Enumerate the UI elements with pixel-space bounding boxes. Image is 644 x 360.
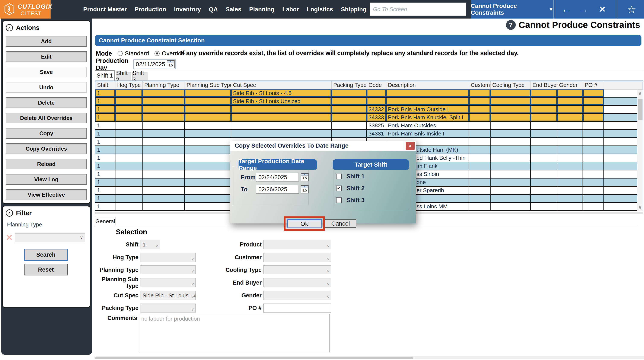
grid-vertical-scrollbar[interactable]: ∧ ∨ bbox=[637, 89, 643, 211]
column-header-po-[interactable]: PO # bbox=[583, 81, 604, 89]
back-arrow-icon[interactable]: ← bbox=[559, 0, 574, 18]
end-buyer-select[interactable]: ˅ bbox=[263, 278, 331, 287]
screen-selector-dropdown[interactable]: Cannot Produce Constraints ▼ bbox=[471, 0, 554, 18]
column-header-filler bbox=[604, 81, 643, 89]
to-date-field[interactable]: 02/26/2025 bbox=[256, 185, 299, 194]
column-header-hog-type[interactable]: Hog Type bbox=[116, 81, 142, 89]
tab-general[interactable]: General bbox=[95, 217, 116, 225]
planning-type-select[interactable]: ˅ bbox=[140, 265, 196, 274]
nav-item-labor[interactable]: Labor bbox=[282, 6, 299, 13]
table-row[interactable]: 1Side Rib - St Louis - 4.5 bbox=[96, 89, 638, 98]
column-header-code[interactable]: Code bbox=[367, 81, 386, 89]
column-header-shift[interactable]: Shift bbox=[96, 81, 116, 89]
copy-button[interactable]: Copy bbox=[6, 128, 87, 139]
table-row[interactable]: 134333Pork Bnls Ham Knuckle, Split I bbox=[96, 114, 638, 122]
cell-packing-type bbox=[332, 114, 367, 122]
packing-type-select[interactable]: ˅ bbox=[140, 304, 196, 313]
column-header-planning-sub-type[interactable]: Planning Sub Type bbox=[185, 81, 231, 89]
column-header-end-buyer[interactable]: End Buyer bbox=[531, 81, 557, 89]
filter-panel-header[interactable]: ∧ Filter bbox=[3, 206, 90, 217]
app-logo[interactable]: CUTLOGIX CLTEST bbox=[0, 0, 50, 18]
add-button[interactable]: Add bbox=[6, 36, 87, 47]
go-to-screen-input[interactable] bbox=[370, 2, 466, 16]
cell-planning-type bbox=[142, 203, 185, 211]
edit-button[interactable]: Edit bbox=[6, 51, 87, 62]
nav-item-shipping[interactable]: Shipping bbox=[341, 6, 366, 13]
cell-packing-type bbox=[332, 106, 367, 114]
nav-item-product-master[interactable]: Product Master bbox=[83, 6, 127, 13]
customer-select[interactable]: ˅ bbox=[263, 253, 331, 262]
save-button[interactable]: Save bbox=[6, 67, 87, 77]
table-row[interactable]: 134331Pork Ham Bnls Inside I bbox=[96, 130, 638, 138]
page-horizontal-scrollbar[interactable] bbox=[94, 356, 644, 359]
scroll-down-icon[interactable]: ∨ bbox=[638, 204, 643, 210]
close-screen-icon[interactable]: ✕ bbox=[595, 0, 610, 18]
hog-type-select[interactable]: ˅ bbox=[140, 253, 196, 262]
nav-item-sales[interactable]: Sales bbox=[226, 6, 241, 13]
checkbox-shift-2[interactable]: ✓ bbox=[336, 185, 342, 191]
delete-button[interactable]: Delete bbox=[6, 97, 87, 108]
clear-filter-icon[interactable]: ✕ bbox=[6, 233, 13, 242]
checkbox-shift-1[interactable] bbox=[336, 174, 342, 179]
column-header-cooling-type[interactable]: Cooling Type bbox=[490, 81, 531, 89]
nav-item-production[interactable]: Production bbox=[135, 6, 166, 13]
production-day-field[interactable]: 02/11/2025 15 bbox=[133, 59, 176, 69]
reload-button[interactable]: Reload bbox=[6, 159, 87, 169]
shift-select[interactable]: 1˅ bbox=[140, 240, 160, 249]
collapse-chevron-icon[interactable]: ∧ bbox=[6, 24, 13, 31]
table-row[interactable]: 134332Pork Bnls Ham Outside I bbox=[96, 106, 638, 114]
scrollbar-thumb[interactable] bbox=[94, 357, 413, 359]
search-button[interactable]: Search bbox=[24, 249, 68, 261]
dialog-close-button[interactable]: x bbox=[406, 142, 414, 150]
scroll-up-icon[interactable]: ∧ bbox=[638, 91, 643, 96]
column-header-gender[interactable]: Gender bbox=[557, 81, 583, 89]
tab-shift-1[interactable]: Shift 1 bbox=[95, 70, 114, 81]
ok-button[interactable]: Ok bbox=[287, 219, 322, 228]
gender-select[interactable]: ˅ bbox=[263, 291, 331, 300]
table-row[interactable]: 133825Pork Ham Outsides bbox=[96, 122, 638, 130]
mode-radio-standard[interactable] bbox=[118, 51, 123, 56]
cancel-button[interactable]: Cancel bbox=[325, 219, 356, 228]
cell-shift: 1 bbox=[96, 195, 116, 203]
planning-type-filter-select[interactable]: ˅ bbox=[15, 233, 85, 242]
cell-shift: 1 bbox=[96, 203, 116, 211]
calendar-icon[interactable]: 15 bbox=[301, 185, 308, 193]
column-header-cut-spec[interactable]: Cut Spec bbox=[231, 81, 332, 89]
view-effective-button[interactable]: View Effective bbox=[6, 189, 87, 200]
nav-item-planning[interactable]: Planning bbox=[249, 6, 274, 13]
cut-spec-select[interactable]: Side Rib - St Louis - 4˅ bbox=[140, 291, 196, 300]
column-header-description[interactable]: Description bbox=[386, 81, 469, 89]
nav-item-inventory[interactable]: Inventory bbox=[174, 6, 201, 13]
table-row[interactable]: 1Side Rib - St Louis Unsized bbox=[96, 98, 638, 106]
help-icon[interactable]: ? bbox=[506, 20, 516, 30]
scrollbar-thumb[interactable] bbox=[638, 99, 642, 120]
cell-gender bbox=[557, 89, 583, 98]
collapse-chevron-icon[interactable]: ∧ bbox=[6, 209, 13, 217]
calendar-icon[interactable]: 15 bbox=[167, 60, 174, 68]
nav-item-logistics[interactable]: Logistics bbox=[307, 6, 333, 13]
from-date-field[interactable]: 02/24/2025 bbox=[256, 173, 299, 181]
cell-cut-spec bbox=[231, 130, 332, 138]
cooling-type-select[interactable]: ˅ bbox=[263, 265, 331, 274]
tab-shift-3[interactable]: Shift 3 bbox=[132, 72, 148, 81]
view-log-button[interactable]: View Log bbox=[6, 174, 87, 185]
planning-sub-type-select[interactable]: ˅ bbox=[140, 278, 196, 287]
tab-shift-2[interactable]: Shift 2 bbox=[116, 72, 131, 81]
reset-button[interactable]: Reset bbox=[24, 264, 68, 275]
actions-panel-header[interactable]: ∧ Actions bbox=[3, 21, 90, 31]
undo-button[interactable]: Undo bbox=[6, 82, 87, 93]
column-header-customer[interactable]: Customer bbox=[469, 81, 490, 89]
delete-all-overrides-button[interactable]: Delete All Overrides bbox=[6, 113, 87, 123]
column-header-packing-type[interactable]: Packing Type bbox=[332, 81, 367, 89]
forward-arrow-icon[interactable]: → bbox=[576, 0, 591, 18]
copy-overrides-button[interactable]: Copy Overrides bbox=[6, 143, 87, 154]
product-select[interactable]: ˅ bbox=[263, 240, 331, 249]
mode-radio-override[interactable] bbox=[154, 51, 160, 56]
nav-item-qa[interactable]: QA bbox=[209, 6, 218, 13]
favorite-star-icon[interactable]: ☆ bbox=[623, 0, 640, 18]
calendar-icon[interactable]: 15 bbox=[301, 173, 308, 181]
checkbox-shift-3[interactable] bbox=[336, 197, 342, 203]
comments-textarea[interactable]: no labour for production bbox=[139, 314, 330, 352]
po--input[interactable] bbox=[263, 304, 331, 313]
column-header-planning-type[interactable]: Planning Type bbox=[142, 81, 185, 89]
